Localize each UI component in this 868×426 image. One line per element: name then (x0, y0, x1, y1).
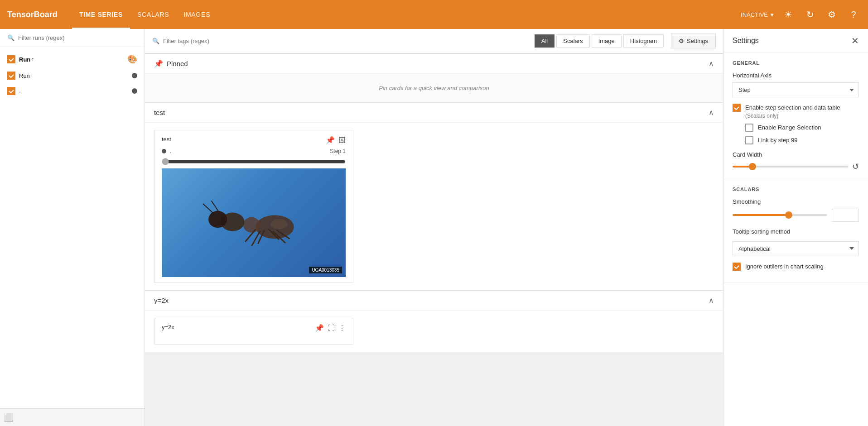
general-section-title: GENERAL (733, 60, 859, 66)
test-card-image: UGA0013035 (162, 168, 346, 277)
y2x-expand-icon[interactable]: ⛶ (328, 324, 335, 332)
scalars-only-label: (Scalars only) (745, 113, 840, 119)
sort-icon[interactable]: ↑ (31, 56, 34, 62)
y2x-card-header: y=2x 📌 ⛶ ⋮ (154, 318, 353, 336)
refresh-icon[interactable]: ↻ (803, 7, 817, 22)
enable-range-label: Enable Range Selection (758, 124, 821, 132)
settings-icon[interactable]: ⚙ (825, 7, 839, 22)
y2x-more-icon[interactable]: ⋮ (338, 324, 346, 332)
content-settings: 🔍 All Scalars Image Histogram ⚙ Settings (145, 29, 868, 426)
logo: TensorBoard (7, 10, 58, 19)
help-icon[interactable]: ? (846, 7, 861, 22)
test-card-icons: 📌 🖼 (326, 136, 346, 144)
test-card: test 📌 🖼 . Step 1 (154, 130, 353, 283)
settings-btn-icon: ⚙ (679, 38, 684, 44)
horizontal-axis-select[interactable]: Step Relative Wall (733, 82, 859, 97)
y2x-cards-grid: y=2x 📌 ⛶ ⋮ (145, 311, 723, 352)
run1-name: Run (19, 72, 128, 79)
svg-point-1 (243, 217, 260, 233)
ant-svg (190, 187, 317, 259)
nav-scalars[interactable]: SCALARS (130, 0, 176, 29)
smoothing-value-input[interactable]: 0.6 (832, 209, 859, 222)
pinned-chevron[interactable]: ∧ (709, 59, 714, 68)
settings-panel-header: Settings ✕ (723, 29, 868, 53)
svg-line-11 (212, 201, 219, 212)
y2x-card-icons: 📌 ⛶ ⋮ (315, 324, 346, 332)
run-item-2[interactable]: . (0, 83, 145, 99)
test-card-meta: . Step 1 (154, 148, 353, 158)
test-cards-grid: test 📌 🖼 . Step 1 (145, 123, 723, 290)
test-card-step: Step 1 (330, 148, 346, 154)
run2-name: . (19, 88, 128, 95)
test-card-slider-row (154, 158, 353, 168)
sidebar-search-input[interactable] (18, 34, 137, 41)
settings-close-button[interactable]: ✕ (851, 36, 859, 45)
test-chevron[interactable]: ∧ (709, 108, 714, 117)
run1-checkbox[interactable] (7, 72, 15, 80)
enable-range-checkbox[interactable] (745, 124, 753, 132)
settings-panel-title: Settings (733, 37, 851, 45)
nav-links: TIME SERIES SCALARS IMAGES (72, 0, 730, 29)
settings-button[interactable]: ⚙ Settings (671, 34, 716, 48)
enable-step-row: Enable step selection and data table (Sc… (733, 104, 859, 119)
y2x-card: y=2x 📌 ⛶ ⋮ (154, 318, 353, 345)
ignore-outliers-row: Ignore outliers in chart scaling (733, 263, 859, 271)
filter-search-icon: 🔍 (152, 38, 159, 44)
y2x-section-title: y=2x (154, 297, 169, 304)
dropdown-icon[interactable]: ▾ (771, 11, 774, 18)
tooltip-sort-select[interactable]: Alphabetical Ascending Descending Defaul… (733, 241, 859, 256)
card-width-row: ↺ (733, 162, 859, 172)
test-section-header: test ∧ (145, 102, 723, 123)
run2-checkbox[interactable] (7, 87, 15, 95)
palette-icon[interactable]: 🎨 (127, 54, 137, 64)
tab-all[interactable]: All (535, 34, 555, 48)
card-width-reset-icon[interactable]: ↺ (852, 162, 859, 172)
section-test: test ∧ test 📌 🖼 (145, 102, 723, 290)
filter-tags-input[interactable] (163, 38, 527, 44)
main-layout: 🔍 Run ↑ 🎨 Run (0, 29, 868, 426)
topnav: TensorBoard TIME SERIES SCALARS IMAGES I… (0, 0, 868, 29)
ant-image-display (162, 168, 346, 277)
image-label: UGA0013035 (309, 267, 342, 273)
nav-images[interactable]: IMAGES (176, 0, 217, 29)
pin-card-icon[interactable]: 📌 (326, 136, 335, 144)
topnav-right: INACTIVE ▾ ☀ ↻ ⚙ ? (741, 7, 861, 22)
link-by-step-label: Link by step 99 (758, 136, 797, 144)
filter-bar: 🔍 All Scalars Image Histogram ⚙ Settings (145, 29, 723, 53)
tab-histogram[interactable]: Histogram (623, 34, 664, 48)
run-header: Run ↑ 🎨 (0, 51, 145, 68)
y2x-card-title: y=2x (162, 324, 315, 330)
svg-point-12 (270, 219, 287, 229)
card-width-slider[interactable] (733, 166, 849, 168)
run-all-checkbox[interactable] (7, 55, 15, 63)
sidebar-bottom-icon: ⬜ (4, 412, 14, 422)
settings-panel: Settings ✕ GENERAL Horizontal Axis Step … (723, 29, 868, 426)
enable-range-row: Enable Range Selection (745, 124, 859, 132)
test-card-dot (162, 149, 166, 153)
search-icon: 🔍 (7, 34, 14, 41)
scalars-section-title: SCALARS (733, 187, 859, 192)
tab-image[interactable]: Image (592, 34, 622, 48)
svg-point-3 (208, 211, 227, 228)
image-card-icon[interactable]: 🖼 (338, 136, 346, 144)
run1-color-dot (132, 73, 137, 78)
y2x-pin-icon[interactable]: 📌 (315, 324, 324, 332)
tab-scalars[interactable]: Scalars (556, 34, 589, 48)
brightness-icon[interactable]: ☀ (781, 7, 796, 22)
ignore-outliers-label: Ignore outliers in chart scaling (745, 263, 824, 271)
settings-general: GENERAL Horizontal Axis Step Relative Wa… (723, 53, 868, 179)
pin-icon: 📌 (154, 59, 163, 68)
sidebar-runs: Run ↑ 🎨 Run . (0, 47, 145, 408)
test-card-slider[interactable] (162, 158, 346, 165)
nav-time-series[interactable]: TIME SERIES (72, 0, 130, 29)
test-card-title: test (162, 136, 326, 143)
link-by-step-checkbox[interactable] (745, 136, 753, 144)
run-item-1[interactable]: Run (0, 68, 145, 83)
tooltip-sort-label: Tooltip sorting method (733, 228, 859, 235)
link-by-step-row: Link by step 99 (745, 136, 859, 144)
smoothing-slider[interactable] (733, 214, 827, 216)
y2x-chevron[interactable]: ∧ (709, 296, 714, 305)
content-area: 🔍 All Scalars Image Histogram ⚙ Settings (145, 29, 723, 426)
ignore-outliers-checkbox[interactable] (733, 263, 741, 271)
enable-step-checkbox[interactable] (733, 104, 741, 112)
